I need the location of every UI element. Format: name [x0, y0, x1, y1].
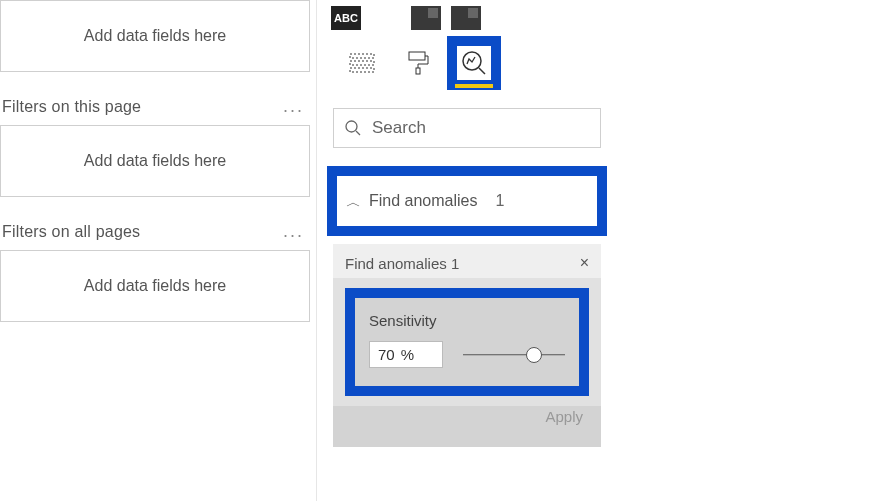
svg-rect-3: [409, 52, 425, 60]
svg-rect-4: [416, 68, 420, 74]
find-anomalies-label: Find anomalies: [369, 192, 478, 210]
viz-pane-tabs: [327, 30, 607, 90]
find-anomalies-count: 1: [496, 192, 505, 210]
page-filters-dropwell[interactable]: Add data fields here: [0, 125, 310, 197]
visual-type-treemap-icon[interactable]: [371, 6, 401, 30]
chevron-up-icon: 〈: [343, 194, 361, 208]
filters-all-label: Filters on all pages: [2, 223, 140, 241]
sensitivity-label: Sensitivity: [369, 312, 565, 329]
apply-row: Apply: [333, 406, 601, 447]
filters-all-header: Filters on all pages ...: [2, 221, 310, 242]
dropwell-placeholder: Add data fields here: [84, 27, 226, 45]
sensitivity-slider[interactable]: [463, 345, 565, 365]
dropwell-placeholder: Add data fields here: [84, 152, 226, 170]
all-pages-filters-dropwell[interactable]: Add data fields here: [0, 250, 310, 322]
sensitivity-panel: Sensitivity 70 %: [345, 288, 589, 396]
anomaly-card-close-button[interactable]: ×: [580, 254, 589, 272]
apply-button[interactable]: Apply: [545, 408, 583, 425]
slider-track: [463, 354, 565, 356]
visual-type-text-icon[interactable]: ABC: [331, 6, 361, 30]
filters-pane: Add data fields here Filters on this pag…: [0, 0, 310, 346]
svg-point-7: [346, 121, 357, 132]
visual-type-r-icon[interactable]: [411, 6, 441, 30]
pane-divider: [316, 0, 317, 501]
dropwell-placeholder: Add data fields here: [84, 277, 226, 295]
svg-line-6: [479, 68, 485, 74]
svg-rect-0: [350, 54, 374, 58]
visual-gallery-row: ABC: [327, 0, 607, 30]
filters-all-more-icon[interactable]: ...: [283, 221, 310, 242]
analytics-search-input[interactable]: Search: [333, 108, 601, 148]
slider-thumb[interactable]: [526, 347, 542, 363]
filters-page-label: Filters on this page: [2, 98, 141, 116]
sensitivity-value-input[interactable]: 70 %: [369, 341, 443, 368]
anomaly-card: Find anomalies 1 × Sensitivity 70 % Appl…: [333, 244, 601, 447]
tab-active-underline: [455, 84, 493, 88]
tab-format[interactable]: [403, 48, 433, 78]
fields-icon: [349, 51, 375, 75]
filters-page-header: Filters on this page ...: [2, 96, 310, 117]
tab-fields[interactable]: [347, 48, 377, 78]
visual-type-py-icon[interactable]: [451, 6, 481, 30]
tab-analytics[interactable]: [459, 48, 489, 78]
anomaly-card-header: Find anomalies 1 ×: [333, 244, 601, 278]
search-placeholder: Search: [372, 118, 426, 138]
percent-symbol: %: [401, 346, 414, 363]
visualizations-pane: ABC: [327, 0, 607, 447]
anomaly-card-title: Find anomalies 1: [345, 255, 459, 272]
paint-roller-icon: [406, 50, 430, 76]
search-icon: [344, 119, 362, 137]
find-anomalies-section-header[interactable]: 〈 Find anomalies 1: [327, 166, 607, 236]
svg-rect-1: [350, 61, 374, 65]
analytics-magnifier-icon: [460, 49, 488, 77]
sensitivity-value: 70: [378, 346, 395, 363]
svg-line-8: [356, 131, 360, 135]
visual-filters-dropwell[interactable]: Add data fields here: [0, 0, 310, 72]
filters-page-more-icon[interactable]: ...: [283, 96, 310, 117]
svg-rect-2: [350, 68, 374, 72]
